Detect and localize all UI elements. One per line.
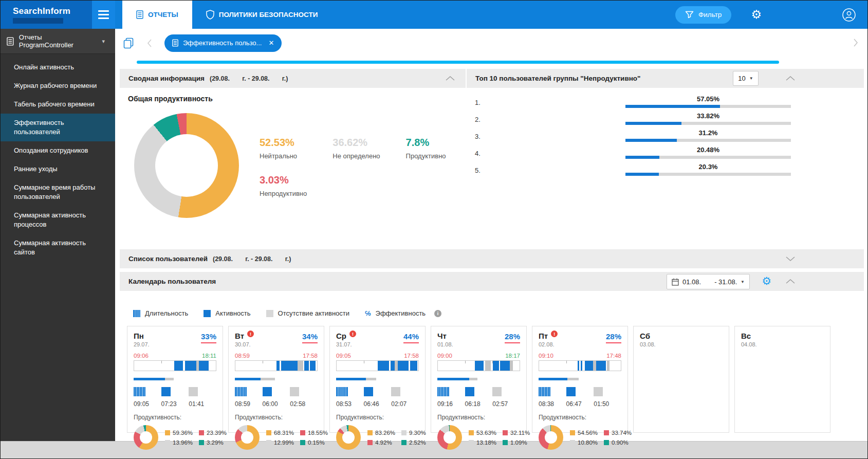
sidebar-item[interactable]: Эффективность пользователей bbox=[1, 114, 115, 141]
sidebar-item[interactable]: Опоздания сотрудников bbox=[1, 141, 115, 160]
sidebar-item[interactable]: Табель рабочего времени bbox=[1, 95, 115, 114]
date-range-select[interactable]: 01.08. - 31.08. ▼ bbox=[667, 274, 750, 289]
legend-value: 83.26% bbox=[375, 430, 395, 436]
bottom-strip bbox=[1, 441, 867, 458]
timeline-segment bbox=[596, 361, 606, 371]
legend-color-swatch bbox=[503, 440, 508, 445]
productivity-legend-item: 0.15% bbox=[300, 439, 328, 446]
calendar-settings-gear-icon[interactable]: ⚙ bbox=[762, 276, 771, 286]
legend-value: 9.30% bbox=[409, 430, 426, 436]
timeline-segment bbox=[276, 361, 280, 371]
collapse-calendar-icon[interactable] bbox=[785, 279, 796, 284]
timeline-tick bbox=[465, 361, 466, 363]
copy-tabs-icon[interactable] bbox=[122, 37, 135, 49]
sidebar-item[interactable]: Суммарное время работы пользователей bbox=[1, 178, 115, 206]
day-stats: 08:5306:4602:07 bbox=[336, 387, 419, 408]
activity-timeline bbox=[235, 360, 318, 371]
scroll-tabs-left-icon[interactable] bbox=[147, 39, 152, 48]
legend-efficiency: ℅ Эффективность i bbox=[365, 309, 441, 317]
work-times: 08:5917:58 bbox=[235, 353, 318, 359]
sidebar-item[interactable]: Ранние уходы bbox=[1, 160, 115, 178]
sidebar-item[interactable]: Суммарная активность сайтов bbox=[1, 234, 115, 262]
day-card[interactable]: Вт!34%30.07.08:5917:5808:5906:0002:58Про… bbox=[228, 326, 324, 433]
legend-value: 1.09% bbox=[510, 439, 527, 446]
stat-duration: 08:38 bbox=[539, 387, 566, 408]
stat-unproductive: 3.03% Непродуктивно bbox=[260, 174, 307, 197]
day-card[interactable]: Ср!44%31.07.09:0517:5808:5306:4602:07Про… bbox=[329, 326, 426, 433]
work-times: 09:1017:48 bbox=[539, 353, 621, 359]
legend-color-swatch bbox=[570, 430, 575, 435]
sidebar-item[interactable]: Журнал рабочего времени bbox=[1, 77, 115, 95]
sidebar-header-label: Отчеты ProgramController bbox=[19, 33, 97, 49]
legend-color-swatch bbox=[266, 440, 271, 445]
work-start-time: 09:06 bbox=[134, 353, 149, 359]
expand-users-list-icon[interactable] bbox=[785, 256, 796, 262]
sidebar-item-label: Эффективность пользователей bbox=[14, 119, 64, 136]
stat-duration: 08:53 bbox=[336, 387, 364, 408]
day-card[interactable]: Сб03.08. bbox=[633, 326, 729, 433]
logo-subtitle-redacted bbox=[13, 18, 63, 24]
legend-value: 4.92% bbox=[375, 439, 392, 446]
page-size-select[interactable]: 10 ▼ bbox=[733, 71, 759, 86]
absence-icon bbox=[391, 387, 400, 396]
stat-absence: 02:57 bbox=[492, 387, 520, 408]
timeline-segment bbox=[578, 361, 579, 371]
productivity-legend: 59.36%23.39%13.96%3.29% bbox=[165, 430, 227, 446]
menu-toggle-button[interactable] bbox=[92, 1, 115, 29]
productivity-block: 83.26%9.30%4.92%2.52% bbox=[336, 425, 419, 450]
bar-fill bbox=[625, 156, 659, 159]
stat-activity: 07:23 bbox=[161, 387, 189, 408]
productivity-legend-item: 10.80% bbox=[570, 439, 598, 446]
info-icon[interactable]: i bbox=[434, 310, 441, 317]
page-size-value: 10 bbox=[738, 75, 745, 82]
productivity-label: Продуктивность: bbox=[336, 414, 419, 421]
day-efficiency-value: 44% bbox=[403, 332, 419, 343]
legend-value: 3.29% bbox=[207, 439, 224, 446]
calendar-icon bbox=[672, 278, 679, 286]
sidebar-item[interactable]: Суммарная активность процессов bbox=[1, 206, 115, 234]
duration-icon bbox=[539, 387, 550, 396]
timeline-tick bbox=[566, 361, 567, 363]
work-end-time: 17:48 bbox=[606, 353, 621, 359]
user-account-icon[interactable] bbox=[842, 8, 856, 22]
timeline-segment bbox=[199, 361, 209, 371]
tab-reports-label: ОТЧЕТЫ bbox=[148, 11, 178, 19]
work-start-time: 09:10 bbox=[539, 353, 553, 359]
settings-gear-icon[interactable]: ⚙ bbox=[751, 9, 762, 21]
day-card[interactable]: Пт!28%02.08.09:1017:4808:3806:4701:50Про… bbox=[532, 326, 628, 433]
stat-absence: 01:50 bbox=[594, 387, 621, 408]
sidebar-item[interactable]: Онлайн активность bbox=[1, 58, 115, 77]
day-card[interactable]: Пн33%29.07.09:0618:1109:0507:2301:41Прод… bbox=[127, 326, 223, 433]
stat-value: 06:18 bbox=[465, 400, 493, 408]
legend-value: 12.99% bbox=[274, 439, 294, 446]
bar-fill bbox=[625, 122, 681, 125]
timeline-segment bbox=[298, 361, 303, 371]
tab-security-policies[interactable]: ПОЛИТИКИ БЕЗОПАСНОСТИ bbox=[192, 1, 332, 29]
day-card[interactable]: Вс04.08. bbox=[734, 326, 830, 433]
tab-reports[interactable]: ОТЧЕТЫ bbox=[122, 1, 192, 29]
productivity-block: 53.63%32.11%13.18%1.09% bbox=[437, 425, 520, 450]
productivity-legend-item: 68.31% bbox=[266, 430, 294, 436]
productivity-legend-item: 54.56% bbox=[570, 430, 598, 436]
scroll-tabs-right-icon[interactable] bbox=[853, 38, 858, 47]
sidebar-report-group-select[interactable]: Отчеты ProgramController ▾ bbox=[1, 29, 115, 54]
collapse-summary-icon[interactable] bbox=[445, 76, 455, 81]
stat-value: 01:50 bbox=[594, 400, 621, 408]
legend-color-swatch bbox=[367, 430, 373, 435]
legend-no-activity: Отсутствие активности bbox=[266, 309, 350, 317]
open-report-tab-chip[interactable]: Эффективность пользо... ✕ bbox=[164, 34, 282, 52]
sidebar-item-label: Онлайн активность bbox=[14, 63, 74, 71]
collapse-top10-icon[interactable] bbox=[785, 76, 796, 81]
day-stats: 09:0507:2301:41 bbox=[134, 387, 216, 408]
day-card[interactable]: Чт28%01.08.09:0018:1709:1606:1802:57Прод… bbox=[431, 326, 527, 433]
bar-group: 57.05% bbox=[625, 95, 791, 108]
filter-button[interactable]: Фильтр bbox=[675, 6, 731, 24]
day-card-header: Сб bbox=[640, 332, 723, 340]
close-tab-icon[interactable]: ✕ bbox=[268, 39, 274, 47]
activity-icon bbox=[566, 387, 576, 396]
stat-activity: 06:46 bbox=[364, 387, 392, 408]
bar-fill bbox=[625, 105, 720, 108]
timeline-segment bbox=[304, 361, 309, 371]
rank-label: 4. bbox=[475, 150, 488, 159]
timeline-segment bbox=[185, 361, 196, 371]
